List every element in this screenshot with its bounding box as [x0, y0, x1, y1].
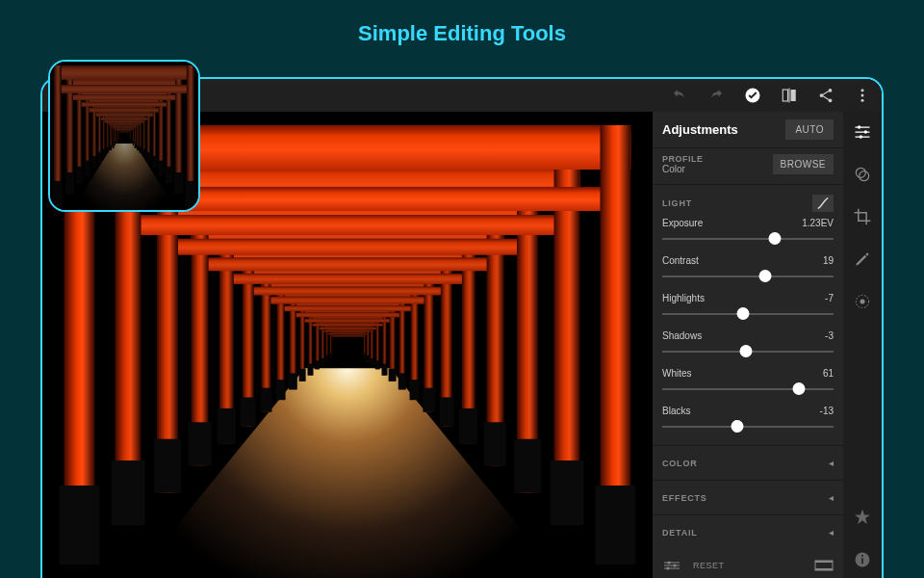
auto-button[interactable]: AUTO: [785, 119, 834, 140]
rate-tool[interactable]: [852, 507, 873, 528]
chevron-left-icon: ◂: [829, 492, 834, 503]
confirm-button[interactable]: [743, 86, 762, 105]
light-group-heading: LIGHT: [662, 198, 692, 208]
effects-group[interactable]: EFFECTS◂: [653, 481, 843, 515]
svg-point-16: [858, 125, 860, 128]
svg-rect-1: [783, 90, 787, 101]
svg-point-10: [668, 562, 671, 565]
svg-rect-25: [861, 555, 863, 557]
color-mix-tool[interactable]: [852, 164, 873, 185]
svg-point-18: [860, 135, 862, 138]
masking-tool[interactable]: [852, 291, 873, 312]
svg-rect-24: [861, 558, 863, 564]
whites-value: 61: [823, 368, 834, 379]
chevron-left-icon: ◂: [829, 527, 834, 538]
chevron-left-icon: ◂: [829, 458, 834, 468]
contrast-slider[interactable]: Contrast19: [653, 253, 843, 291]
blacks-label: Blacks: [662, 406, 690, 416]
svg-point-11: [674, 565, 677, 567]
contrast-label: Contrast: [662, 255, 699, 266]
profile-value: Color: [662, 164, 704, 174]
undo-button[interactable]: [670, 86, 689, 105]
svg-point-9: [861, 99, 864, 102]
original-thumbnail: [48, 60, 200, 212]
crop-tool[interactable]: [852, 206, 873, 227]
color-group[interactable]: COLOR◂: [653, 446, 843, 481]
shadows-label: Shadows: [662, 330, 702, 341]
svg-point-12: [667, 567, 670, 570]
share-button[interactable]: [816, 86, 835, 105]
contrast-value: 19: [823, 255, 834, 266]
redo-button[interactable]: [706, 86, 726, 105]
exposure-slider[interactable]: Exposure1.23EV: [653, 216, 843, 253]
exposure-label: Exposure: [662, 218, 703, 228]
adjust-tool[interactable]: [852, 121, 873, 143]
svg-point-8: [861, 94, 864, 97]
whites-label: Whites: [662, 368, 692, 379]
svg-rect-2: [791, 90, 796, 101]
reset-button[interactable]: RESET: [693, 561, 725, 570]
blacks-slider[interactable]: Blacks-13: [653, 404, 843, 445]
blacks-value: -13: [820, 406, 834, 416]
svg-point-6: [829, 98, 833, 102]
compare-button[interactable]: [780, 86, 799, 105]
detail-group[interactable]: DETAIL◂: [653, 515, 843, 549]
previous-settings-button[interactable]: [658, 559, 685, 572]
browse-button[interactable]: BROWSE: [773, 154, 834, 174]
panel-bottom-bar: RESET: [653, 553, 843, 578]
highlights-value: -7: [825, 293, 834, 303]
healing-brush-tool[interactable]: [852, 249, 873, 270]
page-title: Simple Editing Tools: [0, 0, 924, 46]
svg-point-17: [864, 130, 867, 133]
info-button[interactable]: [852, 549, 873, 570]
svg-rect-15: [815, 568, 833, 570]
svg-point-5: [820, 93, 824, 97]
filmstrip-button[interactable]: [810, 560, 837, 571]
tool-rail: [843, 112, 882, 578]
shadows-value: -3: [825, 330, 834, 341]
overflow-menu-icon[interactable]: [853, 86, 872, 105]
adjustments-panel: Adjustments AUTO PROFILE Color BROWSE LI…: [653, 112, 843, 578]
highlights-slider[interactable]: Highlights-7: [653, 291, 843, 328]
svg-rect-14: [815, 561, 833, 563]
profile-label: PROFILE: [662, 154, 704, 164]
adjustments-heading: Adjustments: [662, 122, 738, 137]
svg-point-4: [829, 89, 833, 92]
highlights-label: Highlights: [662, 293, 705, 303]
svg-point-7: [861, 89, 864, 92]
shadows-slider[interactable]: Shadows-3: [653, 328, 843, 366]
exposure-value: 1.23EV: [802, 218, 834, 228]
svg-point-22: [860, 300, 865, 304]
whites-slider[interactable]: Whites61: [653, 366, 843, 404]
tone-curve-button[interactable]: [812, 195, 834, 212]
